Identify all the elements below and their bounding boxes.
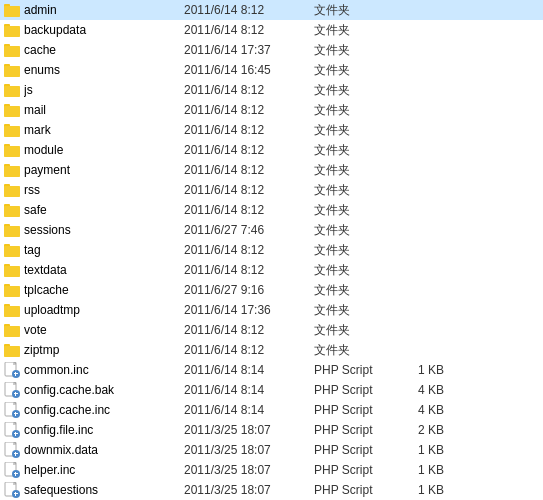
file-type: PHP Script [314,383,394,397]
svg-rect-5 [4,26,20,37]
file-type: 文件夹 [314,42,394,59]
folder-icon [4,62,20,78]
file-date: 2011/6/14 8:12 [184,103,314,117]
file-type: 文件夹 [314,102,394,119]
table-row[interactable]: js2011/6/14 8:12文件夹 [0,80,543,100]
file-date: 2011/6/27 9:16 [184,283,314,297]
svg-rect-14 [4,86,20,97]
file-type: 文件夹 [314,202,394,219]
table-row[interactable]: vote2011/6/14 8:12文件夹 [0,320,543,340]
table-row[interactable]: sessions2011/6/27 7:46文件夹 [0,220,543,240]
file-date: 2011/3/25 18:07 [184,483,314,497]
file-type: 文件夹 [314,242,394,259]
file-type: 文件夹 [314,262,394,279]
file-name: downmix.data [24,443,184,457]
folder-icon [4,262,20,278]
file-date: 2011/6/14 8:14 [184,403,314,417]
file-date: 2011/6/14 8:12 [184,343,314,357]
file-type: PHP Script [314,423,394,437]
table-row[interactable]: config.cache.inc2011/6/14 8:14PHP Script… [0,400,543,420]
php-file-icon [4,442,20,458]
table-row[interactable]: config.cache.bak2011/6/14 8:14PHP Script… [0,380,543,400]
table-row[interactable]: safe2011/6/14 8:12文件夹 [0,200,543,220]
table-row[interactable]: backupdata2011/6/14 8:12文件夹 [0,20,543,40]
svg-rect-50 [4,326,20,337]
svg-rect-41 [4,266,20,277]
folder-icon [4,342,20,358]
svg-rect-17 [4,106,20,117]
file-name: tag [24,243,184,257]
file-name: mail [24,103,184,117]
svg-rect-65 [15,392,16,396]
table-row[interactable]: ziptmp2011/6/14 8:12文件夹 [0,340,543,360]
table-row[interactable]: mark2011/6/14 8:12文件夹 [0,120,543,140]
table-row[interactable]: cache2011/6/14 17:37文件夹 [0,40,543,60]
table-row[interactable]: payment2011/6/14 8:12文件夹 [0,160,543,180]
file-date: 2011/6/14 16:45 [184,63,314,77]
file-name: helper.inc [24,463,184,477]
file-type: 文件夹 [314,82,394,99]
svg-rect-2 [4,6,20,17]
svg-rect-11 [4,66,20,77]
table-row[interactable]: uploadtmp2011/6/14 17:36文件夹 [0,300,543,320]
folder-icon [4,2,20,18]
file-date: 2011/6/14 8:14 [184,383,314,397]
folder-icon [4,182,20,198]
table-row[interactable]: mail2011/6/14 8:12文件夹 [0,100,543,120]
table-row[interactable]: admin2011/6/14 8:12文件夹 [0,0,543,20]
file-date: 2011/3/25 18:07 [184,443,314,457]
file-date: 2011/6/14 8:12 [184,143,314,157]
file-name: module [24,143,184,157]
svg-rect-59 [15,372,16,376]
file-size: 1 KB [394,363,444,377]
svg-rect-20 [4,126,20,137]
file-name: config.cache.inc [24,403,184,417]
file-name: textdata [24,263,184,277]
file-date: 2011/6/14 8:12 [184,3,314,17]
svg-rect-26 [4,166,20,177]
folder-icon [4,282,20,298]
file-name: uploadtmp [24,303,184,317]
svg-rect-71 [15,412,16,416]
file-date: 2011/6/14 8:12 [184,83,314,97]
file-type: 文件夹 [314,62,394,79]
table-row[interactable]: helper.inc2011/3/25 18:07PHP Script1 KB [0,460,543,480]
svg-rect-95 [15,492,16,496]
php-file-icon [4,482,20,498]
file-type: PHP Script [314,363,394,377]
svg-rect-35 [4,226,20,237]
file-date: 2011/6/14 8:12 [184,123,314,137]
table-row[interactable]: config.file.inc2011/3/25 18:07PHP Script… [0,420,543,440]
php-file-icon [4,462,20,478]
table-row[interactable]: enums2011/6/14 16:45文件夹 [0,60,543,80]
svg-rect-32 [4,206,20,217]
table-row[interactable]: common.inc2011/6/14 8:14PHP Script1 KB [0,360,543,380]
file-name: tplcache [24,283,184,297]
table-row[interactable]: tplcache2011/6/27 9:16文件夹 [0,280,543,300]
folder-icon [4,322,20,338]
folder-icon [4,302,20,318]
file-name: config.file.inc [24,423,184,437]
php-file-icon [4,402,20,418]
file-date: 2011/6/14 17:37 [184,43,314,57]
file-date: 2011/6/14 8:12 [184,163,314,177]
php-file-icon [4,382,20,398]
file-date: 2011/6/14 17:36 [184,303,314,317]
table-row[interactable]: downmix.data2011/3/25 18:07PHP Script1 K… [0,440,543,460]
table-row[interactable]: textdata2011/6/14 8:12文件夹 [0,260,543,280]
file-name: sessions [24,223,184,237]
folder-icon [4,122,20,138]
svg-rect-8 [4,46,20,57]
file-name: backupdata [24,23,184,37]
table-row[interactable]: rss2011/6/14 8:12文件夹 [0,180,543,200]
file-name: safe [24,203,184,217]
file-date: 2011/6/14 8:12 [184,323,314,337]
table-row[interactable]: module2011/6/14 8:12文件夹 [0,140,543,160]
file-name: common.inc [24,363,184,377]
file-type: 文件夹 [314,2,394,19]
file-type: 文件夹 [314,322,394,339]
file-size: 1 KB [394,483,444,497]
table-row[interactable]: safequestions2011/3/25 18:07PHP Script1 … [0,480,543,500]
file-type: 文件夹 [314,302,394,319]
table-row[interactable]: tag2011/6/14 8:12文件夹 [0,240,543,260]
